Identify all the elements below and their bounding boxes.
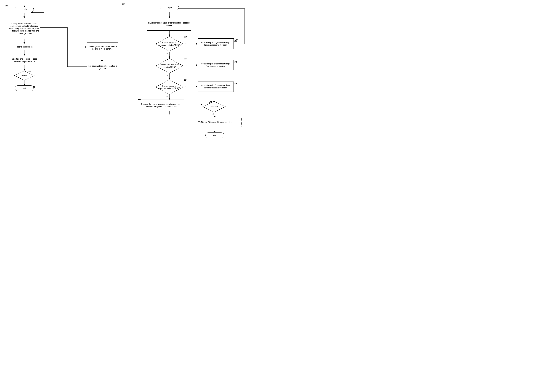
fc-label: Perform a function crossover mutation ("…	[159, 42, 180, 46]
end-shape-1: end	[15, 86, 34, 91]
label-123: 123	[184, 58, 187, 60]
mutate-fs-box: Mutate the pair of genomes using a funct…	[198, 60, 234, 70]
create-cortices-text: Creating one or more cortices that each …	[9, 23, 40, 35]
continue2-no-label: No	[212, 113, 214, 115]
gc-diamond: Perform a genome crossover mutation ("GC…	[155, 79, 183, 95]
arrows-layer	[0, 0, 279, 196]
svg-marker-29	[169, 35, 170, 36]
svg-marker-41	[169, 98, 170, 100]
continue-diamond-1: continue	[14, 70, 35, 81]
fc-fs-gc-box: FC, FS and GC probability rates mutation	[188, 118, 242, 127]
fs-yes-label: yes	[185, 64, 187, 66]
svg-marker-7	[24, 54, 25, 56]
fc-yes-label: yes	[185, 42, 187, 44]
fs-no-label: No	[166, 74, 168, 76]
yes-121-label: Yes	[235, 38, 238, 40]
label-100: 100	[5, 5, 8, 7]
svg-marker-35	[196, 64, 198, 66]
begin-label-2: begin	[167, 6, 172, 9]
svg-marker-37	[169, 78, 170, 79]
svg-marker-19	[101, 60, 103, 62]
randomly-select-box: Randomly select a pair of genomes to be …	[147, 18, 191, 31]
gc-label: Perform a genome crossover mutation ("GC…	[159, 85, 180, 89]
begin-shape-1: begin	[15, 7, 34, 12]
continue-diamond-2: continue	[202, 101, 226, 113]
label-127: 127	[184, 79, 187, 81]
svg-marker-31	[196, 43, 198, 45]
fs-label: Perform a function swap mutation ("FS")?	[159, 64, 180, 68]
end-label-2: end	[213, 134, 217, 137]
svg-marker-9	[24, 69, 25, 70]
svg-marker-17	[86, 46, 87, 48]
testing-cortex-text: Testing each cortex	[16, 46, 32, 48]
begin-label-1: begin	[22, 8, 26, 11]
svg-marker-33	[169, 56, 170, 58]
reproducing-text: Reproducing the next generation of genom…	[87, 65, 118, 70]
fs-diamond: Perform a function swap mutation ("FS")?	[155, 58, 183, 74]
create-cortices-box: Creating one or more cortices that each …	[9, 18, 40, 39]
label-125: 125	[234, 61, 237, 63]
remove-pair-text: Remove the pair of genomes from the geno…	[138, 103, 184, 108]
gc-yes-label: yes	[185, 86, 187, 88]
svg-marker-25	[169, 17, 170, 18]
svg-marker-46	[214, 116, 216, 118]
continue-label-2: continue	[205, 105, 224, 108]
svg-marker-11	[24, 84, 25, 86]
continue-label-1: continue	[16, 74, 33, 77]
remove-pair-box: Remove the pair of genomes from the geno…	[138, 100, 184, 111]
testing-cortex-box: Testing each cortex	[9, 44, 40, 50]
fc-fs-gc-text: FC, FS and GC probability rates mutation	[198, 121, 232, 123]
fc-diamond: Perform a function crossover mutation ("…	[155, 36, 183, 52]
end-shape-2: end	[205, 132, 224, 138]
label-119: 119	[184, 36, 187, 38]
mutate-fs-text: Mutate the pair of genomes using a funct…	[198, 63, 234, 68]
mutate-gc-box: Mutate the pair of genomes using a genom…	[198, 82, 234, 92]
svg-marker-39	[196, 86, 198, 87]
mutate-fc-box: Mutate the pair of genomes using a funct…	[198, 38, 234, 49]
mutate-fc-text: Mutate the pair of genomes using a funct…	[198, 41, 234, 46]
svg-marker-44	[201, 104, 202, 105]
mutate-gc-text: Mutate the pair of genomes using a genom…	[198, 84, 234, 89]
svg-marker-1	[24, 17, 25, 18]
main-container: 100 begin 103 Creating one or more corti…	[0, 0, 279, 196]
svg-marker-48	[214, 131, 216, 132]
mutating-functions-text: Mutating one or more functions of the on…	[87, 45, 118, 50]
selecting-cortices-box: Selecting one or more cortices based on …	[9, 56, 40, 65]
selecting-cortices-text: Selecting one or more cortices based on …	[9, 58, 40, 63]
gc-no-label: No	[166, 95, 168, 97]
label-121: 121	[234, 40, 237, 42]
reproducing-box: Reproducing the next generation of genom…	[87, 62, 118, 73]
randomly-select-text: Randomly select a pair of genomes to be …	[147, 22, 191, 27]
label-115-top: 115	[122, 3, 125, 5]
begin-shape-2: begin	[160, 5, 179, 10]
label-129: 129	[234, 82, 237, 85]
mutating-functions-box: Mutating one or more functions of the on…	[87, 42, 118, 53]
fc-no-label: No	[166, 52, 168, 54]
svg-marker-5	[24, 42, 25, 44]
end-label-1: end	[23, 87, 26, 89]
